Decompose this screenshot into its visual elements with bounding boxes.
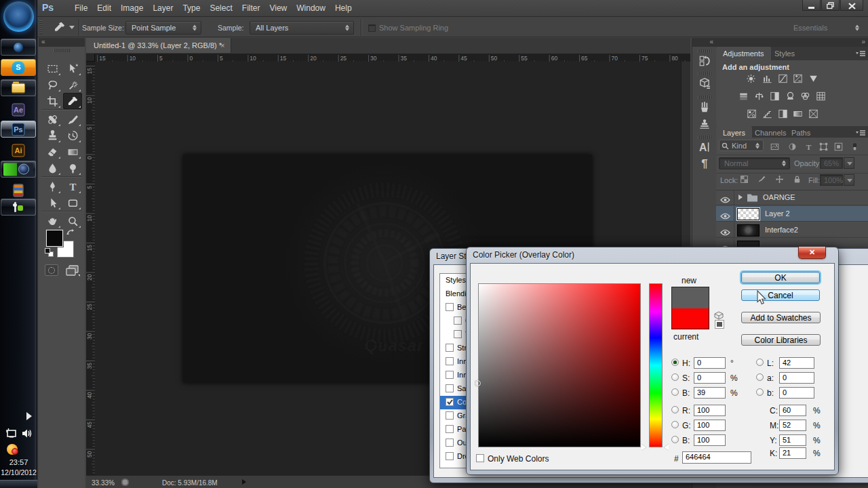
screen-mode-button[interactable] [64,264,81,277]
minimize-button[interactable] [802,0,821,11]
dock-paragraph-panel[interactable]: ¶ [698,157,711,172]
g-radio[interactable] [671,421,679,428]
taskbar-app-media-green[interactable] [1,161,36,178]
brush-tool[interactable] [63,111,82,127]
menu-select[interactable]: Select [205,0,237,16]
style-checkbox[interactable] [446,384,454,392]
g-field[interactable]: 100 [694,420,726,431]
layer-row-interface2[interactable]: Interface2 [716,222,868,238]
s-radio[interactable] [671,373,679,381]
layer-thumbnail[interactable] [737,224,760,237]
r-field[interactable]: 100 [694,405,726,416]
color-libraries-button[interactable]: Color Libraries [741,334,821,346]
layer-visibility-icon[interactable] [720,229,730,236]
style-checkbox[interactable] [446,344,454,352]
dock-strip-collapse-bar[interactable]: « [692,38,717,47]
style-checkbox[interactable] [446,303,454,311]
style-checkbox[interactable] [446,398,454,406]
clone-stamp-tool[interactable] [43,127,62,144]
status-arrow-icon[interactable] [242,479,246,485]
adjustment-channel-mixer[interactable] [799,91,811,102]
style-checkbox[interactable] [446,411,454,420]
web-color-swatch[interactable] [715,320,724,329]
network-icon[interactable] [6,428,18,439]
fill-dropdown-button[interactable] [844,174,854,186]
eyedropper-preset-icon[interactable] [54,21,66,33]
style-checkbox[interactable] [446,357,454,365]
blur-tool[interactable] [43,160,62,176]
doc-size[interactable]: Doc: 5.93M/16.8M [162,479,218,487]
tray-expand-icon[interactable] [26,412,32,420]
blend-mode-dropdown[interactable]: Normal [719,157,790,169]
m-field[interactable]: 52 [779,420,806,431]
style-checkbox[interactable] [446,439,454,447]
filter-adjustment[interactable] [787,141,797,152]
eyedropper-tool[interactable] [63,93,82,109]
lab-b-field[interactable]: 0 [779,387,814,399]
taskbar-app-mixer[interactable] [1,199,36,216]
adjustment-selective-color[interactable] [807,108,819,119]
rectangular-marquee-tool[interactable] [43,60,62,77]
sample-dropdown[interactable]: All Layers [250,21,354,35]
menu-layer[interactable]: Layer [148,0,178,16]
gradient-tool[interactable] [63,144,82,160]
c-field[interactable]: 60 [779,405,806,416]
h-field[interactable]: 0 [694,357,726,369]
b-field[interactable]: 39 [694,387,726,399]
dock-brush-panel[interactable] [698,101,711,116]
color-field[interactable] [478,283,641,447]
tab-adjustments[interactable]: Adjustments [716,47,771,60]
hex-field[interactable]: 646464 [682,451,751,464]
fill-field[interactable]: 100% [820,174,843,186]
type-tool[interactable]: T [63,178,82,195]
k-field[interactable]: 21 [779,447,806,459]
zoom-tool[interactable] [63,213,82,229]
style-checkbox[interactable] [454,330,462,338]
group-expand-icon[interactable] [738,195,743,200]
adjustments-panel-menu-icon[interactable] [856,51,865,57]
document-tab[interactable]: Untitled-1 @ 33.3% (Layer 2, RGB/8) * × [86,38,231,53]
l-radio[interactable] [756,359,764,366]
menu-help[interactable]: Help [330,0,357,16]
taskbar-app-explorer[interactable] [1,79,36,96]
s-field[interactable]: 0 [694,372,726,384]
layer-visibility-icon[interactable] [720,197,730,203]
adjustment-gradient-map[interactable] [791,108,804,119]
crop-tool[interactable] [43,93,62,109]
layer-row-oarnge[interactable]: OARNGE [716,190,868,205]
cancel-button[interactable]: Cancel [741,289,820,301]
adjustment-brightness-contrast[interactable] [745,73,757,84]
foreground-color-swatch[interactable] [46,230,63,247]
opacity-dropdown-button[interactable] [844,157,854,169]
restore-button[interactable] [821,0,840,11]
close-button[interactable] [840,0,863,11]
shape-tool[interactable] [63,195,82,211]
dock-character-panel[interactable]: A [698,141,711,156]
style-checkbox[interactable] [446,452,454,460]
dock-history-panel[interactable] [698,55,711,70]
menu-window[interactable]: Window [292,0,330,16]
tool-preset-arrow-icon[interactable] [69,26,75,29]
adjustment-exposure[interactable] [791,73,804,84]
h-radio[interactable] [671,359,679,366]
b2-radio[interactable] [671,436,679,443]
filter-shape[interactable] [818,141,829,152]
taskbar-app-photoshop[interactable]: Ps [1,121,36,138]
tray-clock[interactable]: 23:57 [0,458,37,466]
b2-field[interactable]: 100 [694,434,726,446]
layer-visibility-icon[interactable] [720,213,730,220]
adjustment-levels[interactable] [761,73,773,84]
add-to-swatches-button[interactable]: Add to Swatches [741,312,821,323]
move-tool[interactable] [63,60,82,77]
default-colors-icon[interactable] [45,248,54,258]
gamut-warning-icon[interactable] [714,311,724,320]
menu-view[interactable]: View [264,0,292,16]
start-button[interactable] [3,1,34,32]
dodge-tool[interactable] [63,160,82,176]
adjustment-photo-filter[interactable] [784,91,796,102]
menu-file[interactable]: File [70,0,92,16]
tray-date[interactable]: 12/10/2012 [0,468,37,476]
layer-thumbnail[interactable] [737,208,760,220]
style-checkbox[interactable] [454,317,462,325]
lab-b-radio[interactable] [756,388,764,396]
